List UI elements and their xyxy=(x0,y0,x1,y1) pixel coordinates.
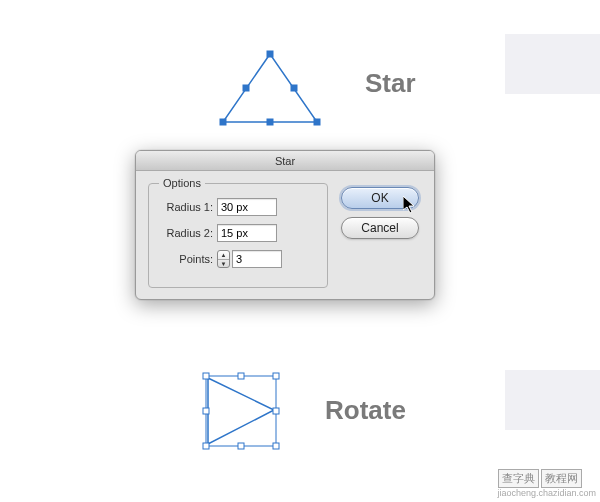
star-label: Star xyxy=(365,68,416,99)
bg-patch-2 xyxy=(505,370,600,430)
radius1-label: Radius 1: xyxy=(149,201,217,213)
radius2-row: Radius 2: xyxy=(149,224,327,242)
svg-rect-14 xyxy=(203,443,209,449)
triangle-shape[interactable] xyxy=(215,50,325,130)
svg-rect-11 xyxy=(273,373,279,379)
svg-rect-13 xyxy=(273,408,279,414)
rotate-shape[interactable] xyxy=(200,370,290,460)
radius2-label: Radius 2: xyxy=(149,227,217,239)
svg-rect-5 xyxy=(243,85,249,91)
watermark-section: 教程网 xyxy=(541,469,582,488)
svg-rect-1 xyxy=(267,51,273,57)
bg-patch-1 xyxy=(505,34,600,94)
radius1-input[interactable] xyxy=(217,198,277,216)
svg-rect-16 xyxy=(273,443,279,449)
radius2-input[interactable] xyxy=(217,224,277,242)
options-legend: Options xyxy=(159,177,205,189)
svg-rect-2 xyxy=(220,119,226,125)
svg-marker-0 xyxy=(223,54,317,122)
radius1-row: Radius 1: xyxy=(149,198,327,216)
svg-rect-10 xyxy=(238,373,244,379)
stepper-up-icon[interactable]: ▲ xyxy=(218,251,229,260)
star-dialog: Star Options Radius 1: Radius 2: Points:… xyxy=(135,150,435,300)
watermark-url: jiaocheng.chazidian.com xyxy=(497,488,596,498)
rotate-label: Rotate xyxy=(325,395,406,426)
points-input[interactable] xyxy=(232,250,282,268)
svg-rect-15 xyxy=(238,443,244,449)
cancel-button[interactable]: Cancel xyxy=(341,217,419,239)
watermark: 查字典教程网 jiaocheng.chazidian.com xyxy=(497,469,596,498)
watermark-site: 查字典 xyxy=(498,469,539,488)
svg-marker-8 xyxy=(208,378,274,444)
points-label: Points: xyxy=(149,253,217,265)
dialog-body: Options Radius 1: Radius 2: Points: ▲ ▼ … xyxy=(136,171,434,299)
svg-rect-4 xyxy=(267,119,273,125)
points-row: Points: ▲ ▼ xyxy=(149,250,327,268)
dialog-title: Star xyxy=(136,151,434,171)
options-group: Options Radius 1: Radius 2: Points: ▲ ▼ xyxy=(148,183,328,288)
ok-button[interactable]: OK xyxy=(341,187,419,209)
svg-rect-6 xyxy=(291,85,297,91)
stepper-down-icon[interactable]: ▼ xyxy=(218,260,229,268)
svg-rect-7 xyxy=(206,376,276,446)
points-stepper[interactable]: ▲ ▼ xyxy=(217,250,230,268)
svg-rect-9 xyxy=(203,373,209,379)
svg-rect-12 xyxy=(203,408,209,414)
svg-rect-3 xyxy=(314,119,320,125)
